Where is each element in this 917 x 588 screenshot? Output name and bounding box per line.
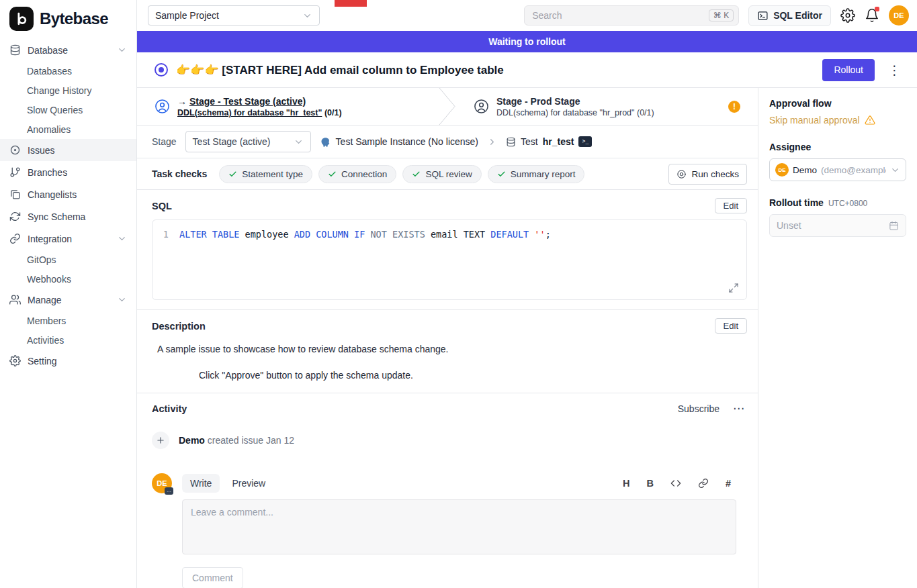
stage-task-link[interactable]: DDL(schema) for database "hr_test" (177, 108, 322, 117)
stage-selector-bar: Stage Test Stage (active) Test Sample In… (137, 126, 758, 158)
sidebar-item[interactable]: Change History (0, 81, 136, 100)
chevron-down-icon (117, 45, 127, 55)
assignee-name: Demo (793, 165, 817, 175)
activity-section: Activity Subscribe ⋯ Demo created issue … (137, 393, 758, 588)
stage-task: DDL(schema) for database "hr_prod" (496, 108, 635, 117)
run-icon (676, 169, 687, 179)
open-sql-editor-icon[interactable]: >_ (578, 136, 592, 147)
chevron-down-icon (302, 11, 312, 21)
stage-title: Stage - Prod Stage (496, 96, 580, 107)
issue-header: 👉👉👉 [START HERE] Add email column to Emp… (137, 52, 917, 88)
sidebar-item[interactable]: Slow Queries (0, 100, 136, 119)
plus-icon (152, 432, 169, 449)
chevron-down-icon (117, 295, 127, 305)
sql-section-title: SQL (152, 201, 172, 211)
chevron-down-icon (294, 137, 304, 147)
assignee-select[interactable]: DE Demo (demo@example (769, 158, 906, 181)
rollout-time-label: Rollout time (769, 197, 824, 208)
sidebar-item[interactable]: Integration (0, 228, 136, 250)
issue-status-icon (155, 63, 168, 77)
task-check-pills: Statement type Connection SQL review (219, 165, 584, 183)
search-input[interactable] (532, 10, 709, 21)
description-title: Description (152, 321, 206, 332)
current-stage-arrow: → (177, 96, 187, 107)
stage-card-prod[interactable]: Stage - Prod Stage DDL(schema) for datab… (456, 88, 758, 125)
task-check-pill[interactable]: Connection (318, 165, 396, 183)
user-circle-icon (155, 99, 170, 114)
user-avatar[interactable]: DE (889, 5, 909, 26)
sql-section: SQL Edit 1 ALTER TABLE employee ADD COLU… (137, 190, 758, 309)
assignee-email: (demo@example (821, 165, 886, 175)
sql-editor-button[interactable]: SQL Editor (748, 5, 831, 26)
rollout-button[interactable]: Rollout (822, 59, 875, 81)
rollout-time-input[interactable]: Unset (769, 214, 906, 237)
notification-dot (875, 7, 879, 11)
chevron-down-icon (890, 165, 900, 175)
assignee-avatar: DE (775, 163, 789, 177)
subscribe-button[interactable]: Subscribe (678, 403, 719, 414)
status-banner: Waiting to rollout (137, 31, 917, 52)
sidebar-item[interactable]: Activities (0, 330, 136, 350)
code-icon[interactable] (670, 478, 681, 489)
run-checks-button[interactable]: Run checks (668, 164, 747, 185)
sidebar-item[interactable]: Issues (0, 139, 136, 161)
expand-icon[interactable] (728, 283, 739, 293)
sidebar-item[interactable]: Databases (0, 61, 136, 81)
description-section: Description Edit A sample issue to showc… (137, 309, 758, 393)
task-check-pill[interactable]: Summary report (488, 165, 585, 183)
project-select-value: Sample Project (155, 10, 219, 21)
sidebar-item[interactable]: Setting (0, 350, 136, 372)
app-sidebar: Bytebase Database Databases Change Histo… (0, 0, 137, 588)
bold-icon[interactable]: B (646, 478, 653, 489)
settings-gear-icon[interactable] (840, 8, 855, 23)
sidebar-item[interactable]: Sync Schema (0, 205, 136, 228)
sync-icon (9, 211, 21, 222)
tab-preview[interactable]: Preview (224, 474, 273, 493)
event-action: created issue (208, 435, 263, 446)
search-box[interactable]: ⌘ K (524, 5, 739, 26)
sidebar-item[interactable]: Anomalies (0, 119, 136, 139)
stage-task-progress: (0/1) (324, 108, 342, 117)
main-column: Sample Project ⌘ K SQL Editor DE Waiting… (137, 0, 917, 588)
chevron-right-icon (487, 137, 497, 147)
tab-write[interactable]: Write (182, 474, 220, 493)
sidebar-item[interactable]: Members (0, 311, 136, 330)
comment-button[interactable]: Comment (182, 567, 243, 588)
stage-card-test[interactable]: → Stage - Test Stage (active) DDL(schema… (137, 88, 439, 125)
hash-icon[interactable]: # (726, 478, 731, 489)
notification-bell-icon[interactable] (865, 8, 879, 23)
issue-side-panel: Approval flow Skip manual approval Assig… (758, 88, 917, 588)
check-icon (497, 170, 506, 179)
stage-pipeline: → Stage - Test Stage (active) DDL(schema… (137, 88, 758, 126)
sql-code-box[interactable]: 1 ALTER TABLE employee ADD COLUMN IF NOT… (152, 219, 747, 300)
sidebar-item[interactable]: Database (0, 39, 136, 61)
task-check-pill[interactable]: SQL review (402, 165, 481, 183)
sidebar-item[interactable]: Changelists (0, 183, 136, 205)
integration-icon (9, 233, 21, 244)
heading-icon[interactable]: H (623, 478, 629, 489)
brand-logo[interactable]: Bytebase (0, 4, 136, 39)
rollout-timezone: UTC+0800 (828, 199, 867, 208)
more-vertical-icon[interactable]: ⋮ (883, 62, 906, 78)
sidebar-item[interactable]: Webhooks (0, 269, 136, 289)
database-breadcrumb[interactable]: Test hr_test >_ (506, 136, 592, 147)
stage-title-link[interactable]: Stage - Test Stage (active) (189, 96, 306, 107)
instance-breadcrumb[interactable]: Test Sample Instance (No license) (320, 136, 478, 148)
task-check-pill[interactable]: Statement type (219, 165, 312, 183)
project-select[interactable]: Sample Project (148, 5, 320, 26)
sidebar-nav: Database Databases Change History Slow Q… (0, 39, 136, 372)
sql-edit-button[interactable]: Edit (715, 198, 747, 213)
description-body: A sample issue to showcase how to review… (152, 342, 747, 382)
comment-input[interactable] (182, 499, 736, 554)
users-icon (9, 294, 21, 305)
link-icon[interactable] (698, 478, 709, 489)
stage-select[interactable]: Test Stage (active) (185, 131, 311, 152)
description-edit-button[interactable]: Edit (715, 318, 747, 334)
environment-name: Test (521, 136, 538, 147)
warning-triangle-icon (865, 115, 875, 126)
sidebar-item[interactable]: Branches (0, 161, 136, 183)
sidebar-item[interactable]: Manage (0, 289, 136, 311)
stage-separator (439, 88, 456, 125)
sidebar-item[interactable]: GitOps (0, 250, 136, 269)
more-horizontal-icon[interactable]: ⋯ (730, 401, 747, 415)
